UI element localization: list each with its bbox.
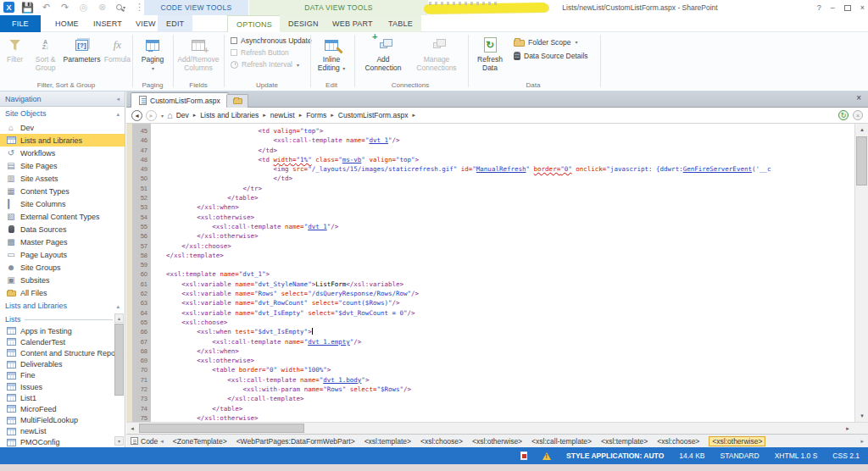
tagpath-crumb[interactable]: <xsl:otherwise> bbox=[472, 437, 522, 446]
tagpath-crumb[interactable]: <xsl:choose> bbox=[420, 437, 463, 446]
scroll-left-icon[interactable]: ◂ bbox=[126, 423, 138, 434]
tagpath-crumb[interactable]: <WebPartPages:DataFormWebPart> bbox=[236, 437, 355, 446]
splitter-icon[interactable]: ◂ bbox=[160, 438, 164, 445]
sidebar-item-site-groups[interactable]: ☻Site Groups bbox=[0, 261, 125, 274]
lists-subheader[interactable]: Lists bbox=[0, 313, 125, 325]
close-button[interactable]: × bbox=[860, 3, 865, 12]
scroll-down-icon[interactable]: ▾ bbox=[855, 410, 868, 422]
sort-group-button[interactable]: AZ↓ Sort & Group bbox=[31, 35, 59, 72]
stop-loading-icon[interactable]: × bbox=[853, 110, 863, 120]
tab-web-part[interactable]: WEB PART bbox=[324, 15, 381, 32]
tagpath-crumb[interactable]: <xsl:template> bbox=[364, 437, 411, 446]
parameters-button[interactable]: [?] Parameters bbox=[63, 35, 101, 64]
close-document-icon[interactable]: × bbox=[856, 93, 861, 103]
add-connection-button[interactable]: + Add Connection bbox=[360, 35, 406, 72]
code-view-mode[interactable]: Code ◂ bbox=[131, 437, 164, 446]
list-item-apps-in-testing[interactable]: Apps in Testing bbox=[0, 325, 125, 336]
breadcrumb-item[interactable]: CustomListForm.aspx bbox=[338, 111, 409, 119]
filter-button[interactable]: Filter bbox=[2, 35, 28, 64]
history-dropdown-icon[interactable]: ▾ bbox=[161, 113, 164, 119]
document-tab[interactable]: CustomListForm.aspx bbox=[131, 92, 229, 108]
sidebar-scrollbar[interactable]: ▴ ▾ bbox=[114, 313, 124, 447]
help-button[interactable]: ? bbox=[817, 3, 821, 12]
tagpath-crumb[interactable]: <xsl:template> bbox=[601, 437, 648, 446]
tab-home[interactable]: HOME bbox=[47, 15, 87, 32]
list-item-deliverables[interactable]: Deliverables bbox=[0, 359, 125, 370]
scrollbar-thumb[interactable] bbox=[114, 324, 124, 396]
manage-connections-button[interactable]: Manage Connections bbox=[413, 35, 460, 72]
scroll-right-icon[interactable]: ▸ bbox=[842, 423, 854, 434]
preview-icon[interactable]: ▾ bbox=[115, 2, 126, 13]
sidebar-item-site-columns[interactable]: ▎Site Columns bbox=[0, 197, 125, 210]
tagpath-crumb[interactable]: <ZoneTemplate> bbox=[173, 437, 227, 446]
refresh-data-button[interactable]: ↻ Refresh Data bbox=[473, 35, 507, 72]
list-item-list1[interactable]: List1 bbox=[0, 392, 125, 403]
list-item-fine[interactable]: Fine bbox=[0, 370, 125, 381]
tagpath-crumb[interactable]: <xsl:choose> bbox=[657, 437, 699, 446]
tagpath-crumb[interactable]: <xsl:call-template> bbox=[531, 437, 592, 446]
asynchronous-update-checkbox[interactable]: Asynchronous Update bbox=[231, 36, 312, 45]
add-remove-columns-button[interactable]: + Add/Remove Columns bbox=[176, 35, 220, 72]
sidebar-item-site-pages[interactable]: ▤Site Pages bbox=[0, 159, 125, 172]
list-item-issues[interactable]: Issues bbox=[0, 381, 125, 392]
scroll-down-icon[interactable]: ▾ bbox=[114, 436, 124, 446]
list-item-multifieldlookup[interactable]: MultiFieldLookup bbox=[0, 415, 125, 426]
undo-icon[interactable]: ↶ bbox=[41, 2, 52, 13]
forward-button[interactable]: ▸ bbox=[146, 110, 157, 121]
back-button[interactable]: ◂ bbox=[131, 110, 142, 121]
tagpath-overflow-icon[interactable]: ▸ bbox=[860, 438, 864, 445]
save-icon[interactable]: 💾 bbox=[22, 2, 33, 13]
sidebar-item-data-sources[interactable]: Data Sources bbox=[0, 223, 125, 236]
lists-and-libraries-header[interactable]: Lists and Libraries ▴ bbox=[0, 299, 125, 313]
code-view[interactable]: 45 <td valign="top">46 <xsl:call-templat… bbox=[126, 124, 854, 422]
scrollbar-thumb[interactable] bbox=[139, 424, 304, 433]
tab-options[interactable]: OPTIONS bbox=[227, 15, 281, 32]
formula-button[interactable]: fx Formula bbox=[104, 35, 131, 64]
list-item-pmoconfig[interactable]: PMOConfig bbox=[0, 437, 125, 447]
vertical-scrollbar[interactable]: ▴ ▾ bbox=[854, 124, 868, 422]
tab-insert[interactable]: INSERT bbox=[85, 15, 131, 32]
site-objects-header[interactable]: Site Objects ▴ bbox=[0, 107, 125, 121]
sidebar-item-master-pages[interactable]: ▩Master Pages bbox=[0, 236, 125, 248]
refresh-page-icon[interactable]: ↻ bbox=[838, 110, 849, 120]
sidebar-item-lists-and-libraries[interactable]: Lists and Libraries bbox=[0, 134, 125, 147]
folder-icon bbox=[514, 40, 525, 47]
scroll-up-icon[interactable]: ▴ bbox=[855, 124, 868, 136]
breadcrumb-item[interactable]: Dev bbox=[176, 111, 189, 119]
refresh-button-checkbox[interactable]: Refresh Button bbox=[231, 48, 312, 57]
sidebar-item-content-types[interactable]: ▦Content Types bbox=[0, 185, 125, 197]
data-source-details-button[interactable]: Data Source Details bbox=[514, 52, 588, 60]
sidebar-item-dev[interactable]: ⌂Dev bbox=[0, 121, 125, 134]
paging-button[interactable]: ↔ Paging▾ bbox=[136, 35, 170, 73]
minimize-button[interactable]: – bbox=[831, 3, 835, 12]
folder-scope-button[interactable]: Folder Scope▾ bbox=[514, 37, 588, 47]
breadcrumb-item[interactable]: Forms bbox=[306, 111, 326, 119]
sidebar-item-all-files[interactable]: All Files bbox=[0, 286, 125, 299]
sidebar-item-workflows[interactable]: ↺Workflows bbox=[0, 147, 125, 159]
tab-edit[interactable]: EDIT bbox=[158, 15, 192, 32]
horizontal-scrollbar[interactable]: ◂ ▸ bbox=[126, 422, 868, 434]
list-item-microfeed[interactable]: MicroFeed bbox=[0, 403, 125, 414]
tab-design[interactable]: DESIGN bbox=[280, 15, 327, 32]
sidebar-item-subsites[interactable]: ▣Subsites bbox=[0, 274, 125, 286]
sidebar-item-external-content-types[interactable]: ▧External Content Types bbox=[0, 210, 125, 223]
code-editor[interactable]: 45 <td valign="top">46 <xsl:call-templat… bbox=[126, 124, 868, 434]
tagpath-crumb[interactable]: <xsl:otherwise> bbox=[709, 436, 765, 446]
list-item-calendertest[interactable]: CalenderTest bbox=[0, 336, 125, 347]
tab-table[interactable]: TABLE bbox=[380, 15, 421, 32]
list-item-content-and-structure-reports[interactable]: Content and Structure Reports bbox=[0, 347, 125, 358]
refresh-interval-control[interactable]: Refresh Interval▾ bbox=[231, 60, 312, 69]
breadcrumb-item[interactable]: newList bbox=[270, 111, 295, 119]
scroll-up-icon[interactable]: ▴ bbox=[114, 313, 124, 323]
list-item-newlist[interactable]: newList bbox=[0, 426, 125, 437]
redo-icon[interactable]: ↷ bbox=[59, 2, 70, 13]
sidebar-item-page-layouts[interactable]: ▭Page Layouts bbox=[0, 248, 125, 261]
collapse-pane-icon[interactable]: ◂ bbox=[116, 91, 120, 107]
scrollbar-thumb[interactable] bbox=[856, 136, 867, 186]
breadcrumb-item[interactable]: Lists and Libraries bbox=[200, 111, 259, 119]
sidebar-item-site-assets[interactable]: ▥Site Assets bbox=[0, 172, 125, 185]
tab-file[interactable]: FILE bbox=[0, 15, 41, 32]
inline-editing-button[interactable]: Inline Editing ▾ bbox=[314, 35, 349, 73]
new-tab-button[interactable] bbox=[226, 94, 248, 108]
restore-button[interactable] bbox=[844, 5, 851, 11]
